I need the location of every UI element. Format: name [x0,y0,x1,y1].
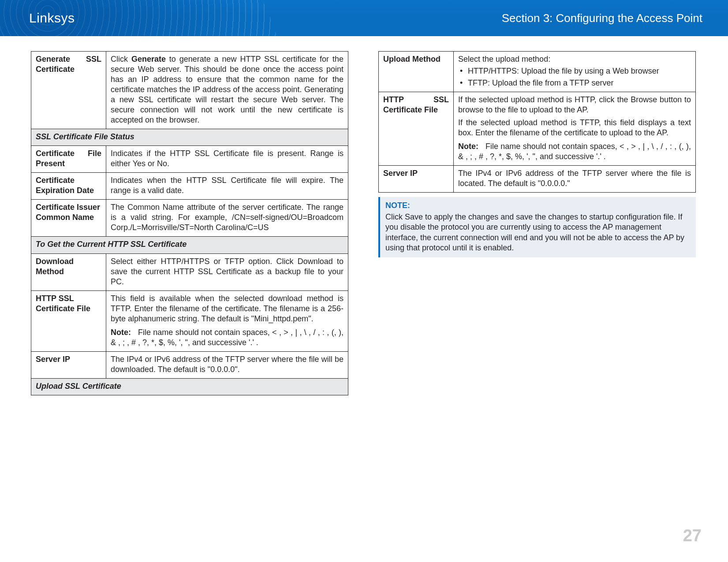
table-row: Certificate Expiration Date Indicates wh… [31,173,348,200]
table-row: HTTPSSL Certificate File If the selected… [379,92,696,166]
row-label: HTTPSSL Certificate File [379,92,454,166]
list-item: HTTP/HTTPS: Upload the file by using a W… [458,66,691,76]
table-row: CertificateFile Present Indicates if the… [31,146,348,173]
row-desc: This field is available when the selecte… [106,290,348,351]
page-body: GenerateSSL Certificate Click Generate t… [0,36,728,395]
page-header: Linksys Section 3: Configuring the Acces… [0,0,728,36]
row-label: Certificate Issuer Common Name [31,200,106,237]
brand-logo: Linksys [29,11,75,26]
note-body: Click Save to apply the changes and save… [385,212,691,253]
row-desc: Click Generate to generate a new HTTP SS… [106,52,348,129]
row-label: Server IP [379,166,454,193]
row-desc: Indicates when the HTTP SSL Certificate … [106,173,348,200]
note-callout: NOTE: Click Save to apply the changes an… [378,197,696,257]
table-section: To Get the Current HTTP SSL Certificate [31,237,348,253]
row-label: Server IP [31,351,106,378]
table-row: Download Method Select either HTTP/HTTPS… [31,253,348,290]
row-label: GenerateSSL Certificate [31,52,106,129]
left-column: GenerateSSL Certificate Click Generate t… [31,51,348,395]
section-heading: Upload SSL Certificate [31,378,348,395]
row-label: Certificate Expiration Date [31,173,106,200]
table-row: Upload Method Select the upload method: … [379,52,696,92]
table-section: SSL Certificate File Status [31,129,348,146]
row-label: CertificateFile Present [31,146,106,173]
right-table: Upload Method Select the upload method: … [378,51,696,193]
bullet-list: HTTP/HTTPS: Upload the file by using a W… [458,66,691,88]
row-desc: The Common Name attribute of the server … [106,200,348,237]
row-desc: Select either HTTP/HTTPS or TFTP option.… [106,253,348,290]
row-label: Download Method [31,253,106,290]
row-desc: The IPv4 or IPv6 address of the TFTP ser… [106,351,348,378]
page-number: 27 [683,526,702,545]
table-row: GenerateSSL Certificate Click Generate t… [31,52,348,129]
row-label: HTTP SSL Certificate File [31,290,106,351]
row-label: Upload Method [379,52,454,92]
table-row: Server IP The IPv4 or IPv6 address of th… [31,351,348,378]
row-desc: Indicates if the HTTP SSL Certificate fi… [106,146,348,173]
section-title: Section 3: Configuring the Access Point [502,11,702,25]
right-column: Upload Method Select the upload method: … [378,51,696,395]
list-item: TFTP: Upload the file from a TFTP server [458,78,691,88]
row-desc: If the selected upload method is HTTP, c… [454,92,696,166]
table-section: Upload SSL Certificate [31,378,348,395]
left-table: GenerateSSL Certificate Click Generate t… [31,51,348,395]
table-row: Certificate Issuer Common Name The Commo… [31,200,348,237]
row-desc: Select the upload method: HTTP/HTTPS: Up… [454,52,696,92]
section-heading: SSL Certificate File Status [31,129,348,146]
table-row: Server IP The IPv4 or IPv6 address of th… [379,166,696,193]
row-desc: The IPv4 or IPv6 address of the TFTP ser… [454,166,696,193]
note-heading: NOTE: [385,201,691,211]
table-row: HTTP SSL Certificate File This field is … [31,290,348,351]
section-heading: To Get the Current HTTP SSL Certificate [31,237,348,253]
